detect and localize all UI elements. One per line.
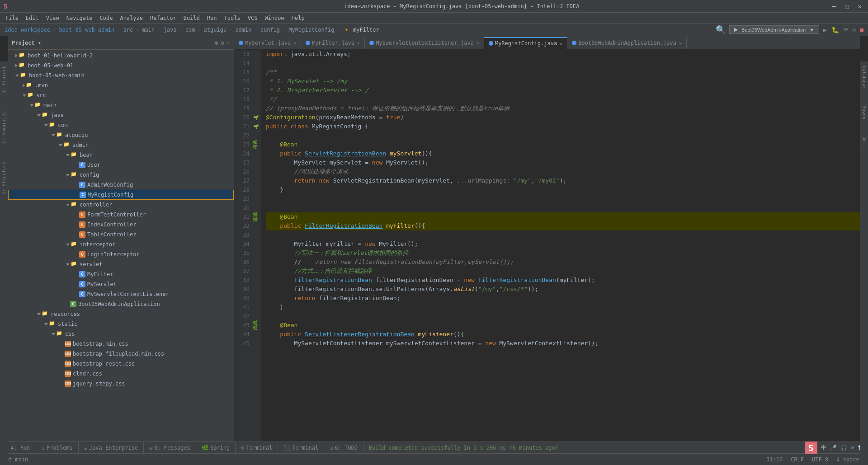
menu-edit[interactable]: Edit xyxy=(22,14,42,22)
breadcrumb-config[interactable]: config xyxy=(259,27,281,33)
menu-analyze[interactable]: Analyze xyxy=(116,14,146,22)
menu-build[interactable]: Build xyxy=(180,14,203,22)
left-panel-project[interactable]: 1: Project xyxy=(0,61,7,98)
tree-item-user[interactable]: C User xyxy=(8,160,234,170)
tree-item-bootstrap-fileupload-css[interactable]: css bootstrap-fileupload.min.css xyxy=(8,349,234,359)
tree-item-boot01[interactable]: 📁 boot-01-helloworld-2 xyxy=(8,51,234,61)
menu-navigate[interactable]: Navigate xyxy=(63,14,96,22)
bottom-tab-java-enterprise[interactable]: ☕ Java Enterprise xyxy=(79,442,144,454)
close-tab-icon[interactable]: ✕ xyxy=(357,41,360,46)
code-content[interactable]: import java.util.Arrays; /** * 1. MyServ… xyxy=(261,50,860,442)
ime-chinese[interactable]: 中 xyxy=(821,444,826,451)
search-everywhere-icon[interactable]: 🔍 xyxy=(715,25,726,34)
left-panel-structure[interactable]: Z: Structure xyxy=(0,157,7,199)
bottom-tab-terminal[interactable]: ⬛ Terminal xyxy=(278,442,324,454)
tree-item-myfilter[interactable]: C MyFilter xyxy=(8,269,234,279)
menu-window[interactable]: Window xyxy=(261,14,288,22)
tab-boot05webadminapplication[interactable]: Boot05WebAdminApplication.java ✕ xyxy=(567,37,687,49)
tree-item-myswervletcontextlistener[interactable]: C MySwervletContextListener xyxy=(8,289,234,299)
tree-item-interceptor[interactable]: 📁 interceptor xyxy=(8,240,234,249)
line-ending[interactable]: CRLF xyxy=(789,456,806,463)
tree-item-com[interactable]: 📁 com xyxy=(8,120,234,130)
close-tab-icon[interactable]: ✕ xyxy=(679,41,682,46)
refresh-button[interactable]: ⟳ xyxy=(843,27,849,33)
stop-button[interactable]: ■ xyxy=(859,27,864,33)
debug-button[interactable]: 🐛 xyxy=(830,26,840,33)
tree-item-css[interactable]: 📁 css xyxy=(8,329,234,339)
tree-item-admin[interactable]: 📁 admin xyxy=(8,140,234,150)
tab-myswervletcontextlistener[interactable]: MySwervletContextListener.java ✕ xyxy=(365,37,484,49)
bottom-tab-problems[interactable]: ⚠ Problems xyxy=(36,442,79,454)
tree-item-atguigu[interactable]: 📁 atguigu xyxy=(8,130,234,140)
bottom-tab-messages[interactable]: ✉ 0: Messages xyxy=(144,442,196,454)
gutter-bean-21[interactable]: 🌱 xyxy=(252,122,259,131)
breadcrumb-src[interactable]: src xyxy=(122,27,134,33)
breadcrumb-atguigu[interactable]: atguigu xyxy=(203,27,228,33)
charset[interactable]: UTF-8 xyxy=(810,456,830,463)
close-tab-icon[interactable]: ✕ xyxy=(293,41,296,46)
tree-item-formtestcontroller[interactable]: C FormTestController xyxy=(8,210,234,220)
menu-help[interactable]: Help xyxy=(288,14,308,22)
tree-item-myregistconfig[interactable]: C MyRegistConfig xyxy=(8,190,234,200)
breadcrumb-admin[interactable]: admin xyxy=(234,27,252,33)
right-panel-database[interactable]: Database xyxy=(861,61,868,92)
bottom-tab-services[interactable]: ⚙ Terminal xyxy=(236,442,278,454)
menu-tools[interactable]: Tools xyxy=(221,14,244,22)
menu-file[interactable]: File xyxy=(2,14,22,22)
breadcrumb-main[interactable]: main xyxy=(141,27,156,33)
menu-view[interactable]: View xyxy=(42,14,63,22)
close-button[interactable]: ✕ xyxy=(855,2,864,11)
minimize-button[interactable]: ─ xyxy=(830,2,839,11)
tree-item-logininterceptor[interactable]: C LoginInterceptor xyxy=(8,249,234,259)
keyboard-icon[interactable]: ⌨ xyxy=(851,445,854,451)
tree-item-resources[interactable]: 📁 resources xyxy=(8,309,234,319)
settings-icon[interactable]: ⚙ xyxy=(221,40,224,46)
tree-item-boot05webadminapplication[interactable]: C Boot05WebAdminApplication xyxy=(8,299,234,309)
tree-item-jquery-stepy-css[interactable]: css jquery.stepy.css xyxy=(8,379,234,389)
menu-code[interactable]: Code xyxy=(96,14,117,22)
mic-icon[interactable]: 🎤 xyxy=(830,445,837,451)
menu-refactor[interactable]: Refactor xyxy=(146,14,180,22)
gutter-bean-43[interactable]: 🌿🌿 xyxy=(252,321,259,330)
close-tab-icon[interactable]: ✕ xyxy=(476,41,479,46)
tree-item-src[interactable]: 📁 src xyxy=(8,90,234,100)
tree-item-bootstrap-min-css[interactable]: css bootstrap.min.css xyxy=(8,339,234,349)
tree-item-indexcontroller[interactable]: C IndexController xyxy=(8,220,234,230)
tree-item-adminwebconfig[interactable]: C AdminWebConfig xyxy=(8,180,234,190)
right-panel-maven[interactable]: Maven xyxy=(861,101,868,124)
tree-item-bootstrap-reset-css[interactable]: css bootstrap-reset.css xyxy=(8,359,234,369)
tree-item-mvn[interactable]: 📁 .mvn xyxy=(8,80,234,90)
menu-vcs[interactable]: VCS xyxy=(244,14,261,22)
tab-myregistconfig[interactable]: MyRegistConfig.java ✕ xyxy=(484,37,567,49)
bottom-tab-spring[interactable]: 🌿 Spring xyxy=(196,442,236,454)
settings-button[interactable]: ⚙ xyxy=(852,27,857,33)
tree-item-static[interactable]: 📁 static xyxy=(8,319,234,329)
close-tab-icon[interactable]: ✕ xyxy=(560,41,562,46)
run-config-selector[interactable]: ▶ Boot05WebAdminApplication ▼ xyxy=(729,25,819,34)
tree-item-boot05webadmin[interactable]: 📁 boot-05-web-admin xyxy=(8,70,234,80)
gutter-bean-23[interactable]: 🌿🌿 xyxy=(252,140,259,149)
breadcrumb-myfilter[interactable]: 🔸 myFilter xyxy=(342,27,380,33)
headphone-icon[interactable]: 🎧 xyxy=(840,445,847,451)
tree-item-bean[interactable]: 📁 bean xyxy=(8,150,234,160)
breadcrumb-com[interactable]: com xyxy=(184,27,196,33)
breadcrumb-workspace[interactable]: idea-workspace xyxy=(4,27,51,33)
tree-item-servlet[interactable]: 📁 servlet xyxy=(8,259,234,269)
tree-item-config[interactable]: 📁 config xyxy=(8,170,234,180)
tree-item-myservlet[interactable]: C MyServlet xyxy=(8,279,234,289)
breadcrumb-java[interactable]: java xyxy=(163,27,178,33)
cursor-position[interactable]: 31:10 xyxy=(764,456,784,463)
bottom-tab-todo[interactable]: ☑ 6: TODO xyxy=(324,442,363,454)
tab-myservlet[interactable]: MyServlet.java ✕ xyxy=(234,37,301,49)
gutter-bean-31[interactable]: 🌿🌿 xyxy=(252,212,259,221)
tree-item-main[interactable]: 📁 main xyxy=(8,100,234,110)
tree-item-boot05web01[interactable]: 📁 boot-05-web-01 xyxy=(8,61,234,70)
collapse-icon[interactable]: — xyxy=(227,40,230,46)
gutter-bean-20[interactable]: 🌱 xyxy=(252,113,259,122)
tree-item-java[interactable]: 📁 java xyxy=(8,110,234,120)
tree-item-tablecontroller[interactable]: C TableController xyxy=(8,230,234,240)
left-panel-favorites[interactable]: 2: Favorites xyxy=(0,107,7,148)
tab-myfilter[interactable]: MyFilter.java ✕ xyxy=(301,37,365,49)
breadcrumb-myregistconfig[interactable]: MyRegistConfig xyxy=(288,27,335,33)
right-panel-ant[interactable]: Ant xyxy=(861,133,868,150)
